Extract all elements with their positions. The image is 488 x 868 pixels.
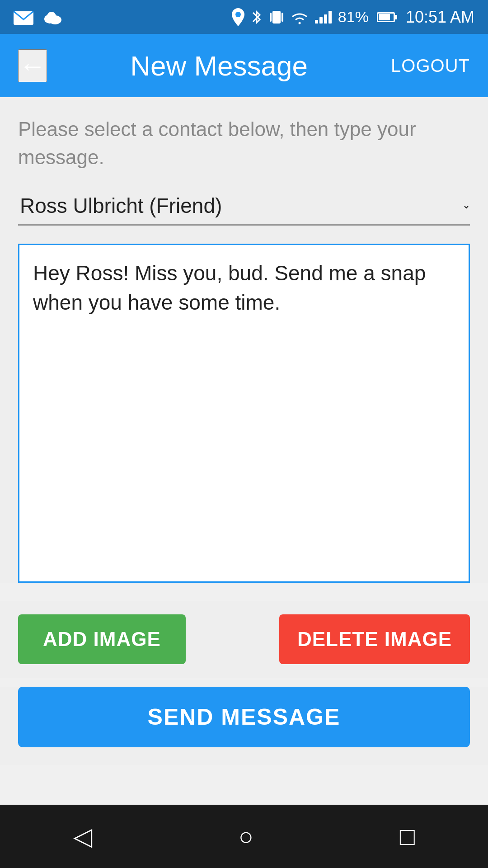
signal-icon	[315, 11, 332, 24]
back-button[interactable]: ←	[18, 49, 47, 82]
send-message-container: SEND MESSAGE	[0, 687, 488, 765]
page-title: New Message	[130, 50, 308, 82]
svg-rect-5	[272, 11, 281, 24]
status-bar-right: 81% 10:51 AM	[232, 8, 474, 27]
contact-selector[interactable]: Ross Ulbricht (Friend)	[18, 189, 470, 226]
svg-point-3	[47, 12, 56, 21]
bluetooth-icon	[251, 8, 263, 26]
svg-rect-7	[282, 13, 283, 22]
wifi-icon	[291, 9, 309, 25]
battery-percent: 81%	[338, 8, 369, 26]
status-bar-left	[14, 9, 62, 25]
add-image-button[interactable]: ADD IMAGE	[18, 614, 186, 664]
buttons-row: ADD IMAGE DELETE IMAGE	[0, 601, 488, 678]
time-display: 10:51 AM	[406, 8, 474, 27]
send-message-button[interactable]: SEND MESSAGE	[18, 687, 470, 747]
gmail-icon	[14, 9, 33, 25]
vibrate-icon	[269, 8, 284, 26]
nav-bar: ◁ ○ □	[0, 805, 488, 868]
nav-back-button[interactable]: ◁	[73, 822, 92, 851]
message-textarea[interactable]: Hey Ross! Miss you, bud. Send me a snap …	[19, 245, 469, 581]
message-textarea-container: Hey Ross! Miss you, bud. Send me a snap …	[18, 244, 470, 583]
svg-point-4	[235, 12, 241, 17]
nav-recent-button[interactable]: □	[400, 822, 415, 851]
logout-button[interactable]: LOGOUT	[391, 56, 470, 76]
battery-icon	[377, 12, 395, 22]
status-bar: 81% 10:51 AM	[0, 0, 488, 34]
cloud-icon	[42, 10, 62, 24]
svg-rect-6	[270, 13, 272, 22]
delete-image-button[interactable]: DELETE IMAGE	[279, 614, 470, 664]
app-bar: ← New Message LOGOUT	[0, 34, 488, 97]
main-content: Please select a contact below, then type…	[0, 97, 488, 583]
instruction-text: Please select a contact below, then type…	[18, 115, 470, 171]
location-icon	[232, 8, 244, 26]
nav-home-button[interactable]: ○	[239, 822, 253, 851]
